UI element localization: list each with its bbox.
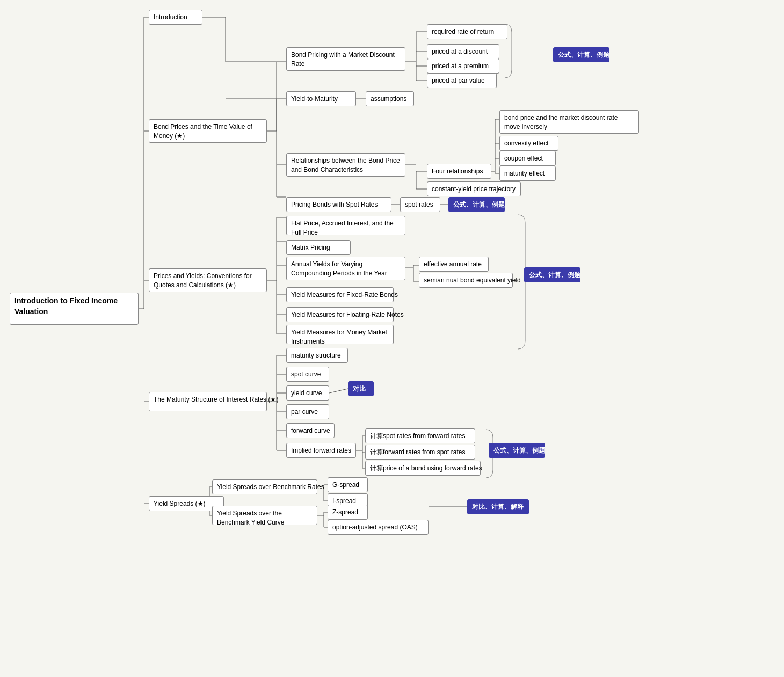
constant-yield-node: constant-yield price trajectory (427, 181, 521, 196)
formula2-node: 公式、计算、例题 (553, 47, 609, 62)
yield-floating-node: Yield Measures for Floating-Rate Notes (286, 307, 394, 322)
calc-bond-fwd-node: 计算price of a bond using forward rates (365, 461, 481, 476)
spot-curve-node: spot curve (286, 367, 329, 382)
z-spread-node: Z-spread (328, 505, 368, 520)
g-spread-node: G-spread (328, 477, 368, 492)
formula1-node: 公式、计算、例题 (448, 197, 505, 212)
prices-yields-node: Prices and Yields: Conventions for Quote… (149, 268, 267, 292)
relationships-node: Relationships between the Bond Price and… (286, 153, 405, 177)
pricing-spot-node: Pricing Bonds with Spot Rates (286, 197, 391, 212)
compare2-node: 对比、计算、解释 (467, 499, 529, 514)
annual-yields-node: Annual Yields for Varying Compounding Pe… (286, 257, 405, 280)
implied-forward-node: Implied forward rates (286, 443, 356, 458)
maturity-effect-node: maturity effect (499, 166, 556, 181)
calc-fwd-spot-node: 计算forward rates from spot rates (365, 445, 475, 460)
yield-money-node: Yield Measures for Money Market Instrume… (286, 325, 394, 344)
priced-premium-node: priced at a premium (427, 59, 499, 74)
yield-spreads-bench-node: Yield Spreads over Benchmark Rates (212, 479, 317, 494)
effective-annual-node: effective annual rate (419, 257, 489, 272)
formula3-node: 公式、计算、例题 (489, 443, 545, 458)
priced-par-node: priced at par value (427, 73, 497, 88)
maturity-structure-node: The Maturity Structure of Interest Rates… (149, 392, 267, 411)
required-rate-node: required rate of return (427, 24, 507, 39)
coupon-effect-node: coupon effect (499, 151, 556, 166)
bond-prices-time-node: Bond Prices and the Time Value of Money … (149, 119, 267, 143)
maturity-structure-child-node: maturity structure (286, 348, 348, 363)
mind-map: Introduction to Fixed Income Valuation I… (0, 0, 784, 677)
formula4-node: 公式、计算、例题 (524, 267, 580, 282)
bond-pricing-market-node: Bond Pricing with a Market Discount Rate (286, 47, 405, 71)
oas-node: option-adjusted spread (OAS) (328, 520, 429, 535)
spot-rates-node: spot rates (400, 197, 440, 212)
assumptions-node: assumptions (366, 91, 414, 106)
compare1-node: 对比 (348, 381, 374, 396)
introduction-node: Introduction (149, 10, 202, 25)
four-relationships-node: Four relationships (427, 164, 491, 179)
convexity-node: convexity effect (499, 136, 558, 151)
yield-curve-node: yield curve (286, 385, 329, 401)
priced-discount-node: priced at a discount (427, 44, 499, 59)
svg-line-56 (329, 389, 348, 393)
bond-inverse-node: bond price and the market discount rate … (499, 110, 639, 134)
par-curve-node: par curve (286, 404, 329, 419)
calc-spot-fwd-node: 计算spot rates from forward rates (365, 428, 475, 443)
yield-spreads-curve-node: Yield Spreads over the Benchmark Yield C… (212, 506, 317, 525)
yield-fixed-node: Yield Measures for Fixed-Rate Bonds (286, 287, 394, 302)
matrix-pricing-node: Matrix Pricing (286, 240, 351, 255)
forward-curve-node: forward curve (286, 423, 335, 438)
ytm-node: Yield-to-Maturity (286, 91, 356, 106)
flat-price-node: Flat Price, Accrued Interest, and the Fu… (286, 216, 405, 235)
semiannual-bond-node: semian nual bond equivalent yield (419, 273, 513, 288)
root-node: Introduction to Fixed Income Valuation (10, 293, 139, 325)
